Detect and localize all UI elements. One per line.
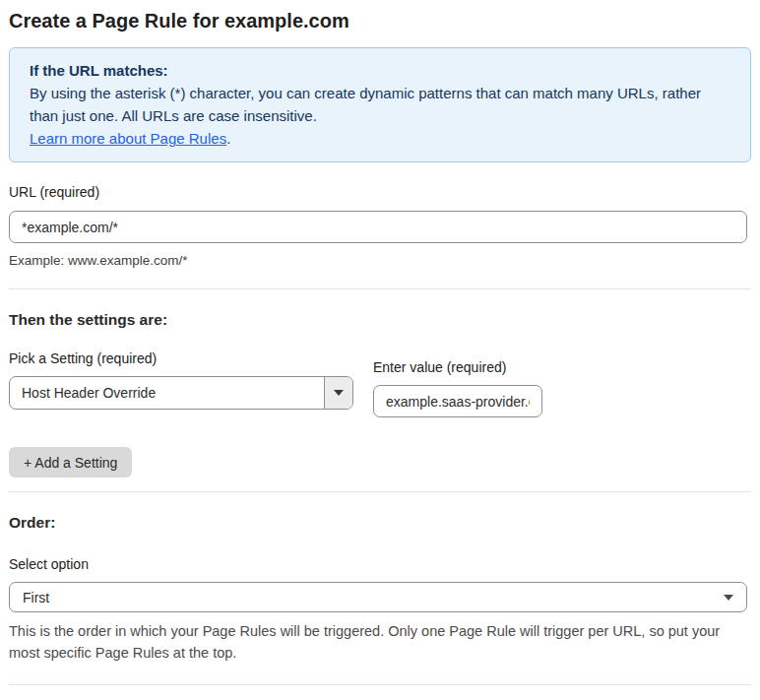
setting-select[interactable]: Host Header Override <box>9 376 353 410</box>
order-select-value: First <box>23 590 724 605</box>
order-select-label: Select option <box>9 556 89 572</box>
info-box-body-text: By using the asterisk (*) character, you… <box>30 85 701 124</box>
setting-value-column: Enter value (required) <box>373 350 542 417</box>
divider <box>9 684 751 685</box>
add-setting-button[interactable]: + Add a Setting <box>9 447 132 477</box>
link-period: . <box>226 130 230 147</box>
url-section: URL (required) Example: www.example.com/… <box>9 183 751 269</box>
settings-row: Pick a Setting (required) Host Header Ov… <box>9 350 751 417</box>
setting-value-input[interactable] <box>373 385 542 417</box>
url-example-text: Example: www.example.com/* <box>9 252 751 269</box>
info-box-body: By using the asterisk (*) character, you… <box>30 82 730 150</box>
url-label: URL (required) <box>9 184 99 200</box>
order-section: Select option First This is the order in… <box>9 555 751 664</box>
url-input[interactable] <box>9 211 747 243</box>
divider <box>9 288 751 289</box>
order-help-text: This is the order in which your Page Rul… <box>9 620 737 664</box>
setting-select-arrow-button[interactable] <box>324 377 352 409</box>
setting-select-column: Pick a Setting (required) Host Header Ov… <box>9 350 353 417</box>
info-box-heading: If the URL matches: <box>30 59 730 82</box>
create-page-rule-form: Create a Page Rule for example.com If th… <box>0 0 760 700</box>
divider <box>9 491 751 492</box>
settings-heading: Then the settings are: <box>9 310 751 329</box>
url-match-info-box: If the URL matches: By using the asteris… <box>9 47 751 162</box>
dropdown-arrow-icon <box>724 595 733 601</box>
page-title: Create a Page Rule for example.com <box>9 8 751 33</box>
setting-value-label: Enter value (required) <box>373 359 506 375</box>
setting-select-value: Host Header Override <box>10 377 324 409</box>
learn-more-link[interactable]: Learn more about Page Rules <box>30 130 226 147</box>
order-select[interactable]: First <box>9 582 747 612</box>
dropdown-arrow-icon <box>334 390 344 396</box>
setting-select-label: Pick a Setting (required) <box>9 350 157 366</box>
order-heading: Order: <box>9 513 751 532</box>
